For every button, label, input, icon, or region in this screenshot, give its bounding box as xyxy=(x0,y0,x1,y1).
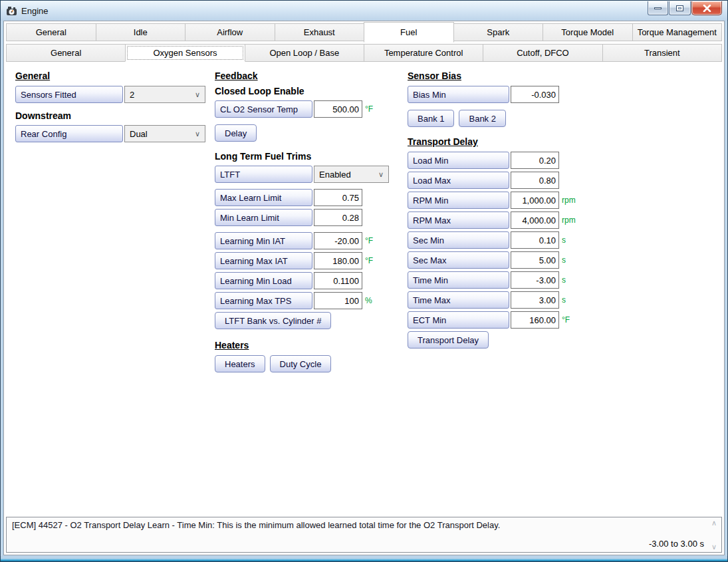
ltft-value: Enabled xyxy=(319,170,351,180)
sec-max-label-button[interactable]: Sec Max xyxy=(408,251,509,269)
delay-button[interactable]: Delay xyxy=(215,124,257,142)
sec-min-input[interactable] xyxy=(511,231,559,249)
close-icon[interactable] xyxy=(691,1,722,15)
ltft-label-button[interactable]: LTFT xyxy=(215,166,312,183)
engine-icon[interactable] xyxy=(6,5,17,17)
ltft-bank-vs-cylinder-button[interactable]: LTFT Bank vs. Cylinder # xyxy=(215,312,331,329)
bank-2-button[interactable]: Bank 2 xyxy=(459,110,505,127)
ltft-combo[interactable]: Enabled ∨ xyxy=(314,166,389,183)
subtab-general[interactable]: General xyxy=(6,44,126,62)
learning-min-iat-input[interactable] xyxy=(314,232,362,249)
ect-min-input[interactable] xyxy=(511,311,559,329)
tab-idle[interactable]: Idle xyxy=(96,23,186,41)
sec-max-unit: s xyxy=(562,251,566,269)
tab-airflow[interactable]: Airflow xyxy=(185,23,275,41)
tab-torque-model[interactable]: Torque Model xyxy=(543,23,633,41)
learning-max-iat-input[interactable] xyxy=(314,252,362,269)
learning-min-load-label-button[interactable]: Learning Min Load xyxy=(215,272,312,289)
sec-min-label-button[interactable]: Sec Min xyxy=(408,231,509,249)
time-min-unit: s xyxy=(562,271,566,289)
rpm-max-input[interactable] xyxy=(511,211,559,229)
time-min-input[interactable] xyxy=(511,271,559,289)
maximize-icon[interactable] xyxy=(669,1,691,15)
subtab-transient[interactable]: Transient xyxy=(602,44,722,62)
bias-min-label-button[interactable]: Bias Min xyxy=(408,86,509,103)
long-term-fuel-trims-header: Long Term Fuel Trims xyxy=(215,151,409,162)
subtab-oxygen-sensors[interactable]: Oxygen Sensors xyxy=(125,44,245,62)
ect-min-row: ECT Min °F xyxy=(408,311,602,329)
min-learn-limit-input[interactable] xyxy=(314,209,362,226)
transport-delay-button[interactable]: Transport Delay xyxy=(408,331,489,349)
sec-min-unit: s xyxy=(562,231,566,249)
bias-min-input[interactable] xyxy=(511,86,559,103)
chevron-down-icon: ∨ xyxy=(378,170,384,179)
subtab-open-loop-base[interactable]: Open Loop / Base xyxy=(245,44,364,62)
main-tab-bar: General Idle Airflow Exhaust Fuel Spark … xyxy=(4,23,724,42)
cl-o2-sensor-temp-label-button[interactable]: CL O2 Sensor Temp xyxy=(215,100,312,118)
cl-o2-sensor-temp-input[interactable] xyxy=(314,100,362,118)
tab-exhaust[interactable]: Exhaust xyxy=(275,23,365,41)
ect-min-unit: °F xyxy=(562,311,570,329)
learning-max-tps-input[interactable] xyxy=(314,292,362,309)
rpm-max-unit: rpm xyxy=(562,211,576,229)
load-max-label-button[interactable]: Load Max xyxy=(408,172,509,189)
duty-cycle-button[interactable]: Duty Cycle xyxy=(270,355,332,372)
client-area: General Idle Airflow Exhaust Fuel Spark … xyxy=(3,21,725,555)
learning-min-load-input[interactable] xyxy=(314,272,362,289)
scroll-down-icon[interactable]: ∨ xyxy=(711,543,717,551)
cl-o2-sensor-temp-unit: °F xyxy=(365,100,373,118)
status-bar: [ECM] 44527 - O2 Transport Delay Learn -… xyxy=(6,517,722,553)
load-max-row: Load Max xyxy=(408,172,602,189)
rpm-min-label-button[interactable]: RPM Min xyxy=(408,192,509,209)
status-range: -3.00 to 3.00 s xyxy=(649,539,704,549)
tab-fuel[interactable]: Fuel xyxy=(364,22,454,43)
learning-max-tps-unit: % xyxy=(365,292,372,309)
rear-config-combo[interactable]: Dual ∨ xyxy=(124,125,205,142)
tab-torque-management[interactable]: Torque Management xyxy=(632,23,723,41)
learning-min-iat-unit: °F xyxy=(365,232,373,249)
learning-min-iat-label-button[interactable]: Learning Min IAT xyxy=(215,232,312,249)
ltft-row: LTFT Enabled ∨ xyxy=(215,166,409,183)
rpm-min-row: RPM Min rpm xyxy=(408,192,602,209)
column-sensor-bias: Sensor Bias Bias Min Bank 1 Bank 2 Trans… xyxy=(408,70,602,351)
sec-min-row: Sec Min s xyxy=(408,231,602,249)
sensors-fitted-label-button[interactable]: Sensors Fitted xyxy=(15,86,123,103)
time-max-input[interactable] xyxy=(511,291,559,309)
min-learn-limit-row: Min Learn Limit xyxy=(215,209,409,226)
time-max-label-button[interactable]: Time Max xyxy=(408,291,509,309)
max-learn-limit-label-button[interactable]: Max Learn Limit xyxy=(215,189,312,206)
load-max-input[interactable] xyxy=(511,172,559,189)
ect-min-label-button[interactable]: ECT Min xyxy=(408,311,509,329)
time-max-row: Time Max s xyxy=(408,291,602,309)
subtab-cutoff-dfco[interactable]: Cutoff, DFCO xyxy=(483,44,602,62)
general-header: General xyxy=(15,70,209,81)
load-min-label-button[interactable]: Load Min xyxy=(408,152,509,169)
heaters-button[interactable]: Heaters xyxy=(215,355,265,372)
learning-max-iat-label-button[interactable]: Learning Max IAT xyxy=(215,252,312,269)
learning-min-load-row: Learning Min Load xyxy=(215,272,409,289)
learning-min-iat-row: Learning Min IAT °F xyxy=(215,232,409,249)
sensors-fitted-combo[interactable]: 2 ∨ xyxy=(124,86,205,103)
rpm-min-input[interactable] xyxy=(511,192,559,209)
rpm-max-label-button[interactable]: RPM Max xyxy=(408,211,509,229)
status-scrollbar: ∧ ∨ xyxy=(708,519,720,551)
learning-max-tps-label-button[interactable]: Learning Max TPS xyxy=(215,292,312,309)
oxygen-sensors-page: General Sensors Fitted 2 ∨ Downstream Re… xyxy=(4,63,724,515)
max-learn-limit-input[interactable] xyxy=(314,189,362,206)
bank-1-button[interactable]: Bank 1 xyxy=(408,110,454,127)
tab-general[interactable]: General xyxy=(6,23,96,41)
rear-config-label-button[interactable]: Rear Config xyxy=(15,125,123,142)
transport-delay-header: Transport Delay xyxy=(408,136,602,147)
sec-max-input[interactable] xyxy=(511,251,559,269)
tab-spark[interactable]: Spark xyxy=(453,23,544,41)
scroll-up-icon[interactable]: ∧ xyxy=(711,519,717,527)
min-learn-limit-label-button[interactable]: Min Learn Limit xyxy=(215,209,312,226)
window-title: Engine xyxy=(21,6,48,16)
time-min-label-button[interactable]: Time Min xyxy=(408,271,509,289)
heaters-header: Heaters xyxy=(215,340,409,351)
time-min-row: Time Min s xyxy=(408,271,602,289)
load-min-input[interactable] xyxy=(511,152,559,169)
bias-min-row: Bias Min xyxy=(408,86,602,103)
minimize-icon[interactable] xyxy=(648,1,668,15)
subtab-temperature-control[interactable]: Temperature Control xyxy=(364,44,483,62)
